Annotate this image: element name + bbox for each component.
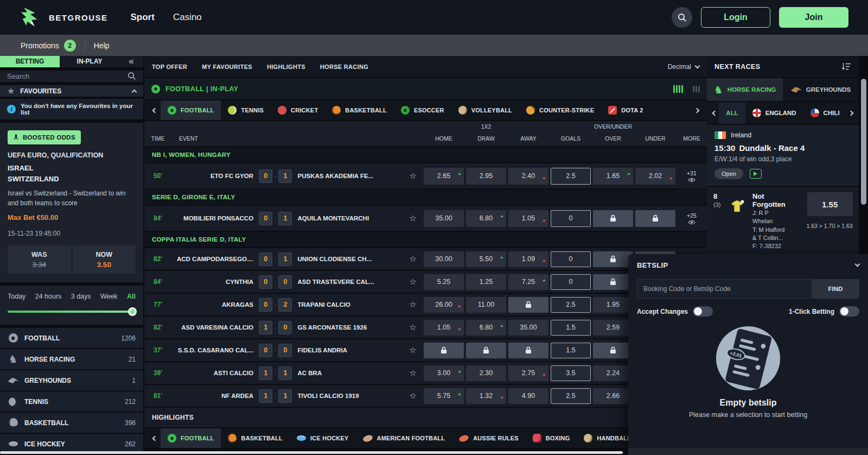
highlight-sport-tab[interactable]: BASKETBALL (221, 428, 290, 448)
more-markets-button[interactable]: +31 (676, 170, 707, 182)
odds-home[interactable]: 26.00 (424, 297, 464, 313)
tab-greyhounds[interactable]: GREYHOUNDS (783, 78, 859, 101)
find-button[interactable]: FIND (812, 279, 859, 299)
odds-draw[interactable]: 1.25 (466, 274, 506, 290)
favourite-star-button[interactable]: ☆ (403, 323, 423, 332)
single-column-view-icon[interactable] (693, 86, 700, 92)
league-header[interactable]: COPPA ITALIA SERIE D, ITALY (144, 232, 707, 247)
runner-odds-button[interactable]: 1.55 (807, 192, 853, 216)
odds-over[interactable]: 1.65 (593, 168, 633, 185)
odds-home[interactable]: 1.05 (424, 320, 464, 336)
odds-under[interactable]: 2.02 (635, 168, 675, 185)
sidebar-sport-item[interactable]: FOOTBALL 1206 (0, 328, 143, 348)
odds-away[interactable]: 1.05 (508, 210, 548, 227)
odds-over[interactable] (593, 343, 633, 358)
goals-line[interactable]: 0 (551, 251, 591, 267)
odds-over[interactable]: 1.95 (593, 297, 633, 313)
favourite-star-button[interactable]: ☆ (403, 391, 423, 401)
sport-tab[interactable]: CRICKET (271, 100, 325, 120)
time-filter-option[interactable]: 24 hours (35, 293, 62, 300)
favourite-star-button[interactable]: ☆ (403, 368, 423, 378)
odds-home[interactable]: 5.25 (424, 274, 464, 290)
goals-line[interactable]: 0 (551, 274, 591, 290)
odds-away[interactable] (508, 297, 548, 313)
goals-line[interactable]: 3.5 (551, 365, 591, 381)
boosted-odds-badge[interactable]: BOOSTED ODDS (8, 130, 81, 144)
odds-home[interactable] (424, 343, 464, 358)
event-teams[interactable]: ASTI CALCIO 1 - 1 AC BRA (171, 366, 403, 380)
odds-away[interactable]: 4.90 (508, 388, 548, 404)
one-click-betting-toggle[interactable] (839, 306, 859, 317)
tab-horse-racing[interactable]: ♞ HORSE RACING (707, 78, 783, 101)
carousel-prev-button[interactable] (149, 109, 161, 112)
vertical-scrollbar[interactable] (861, 79, 866, 205)
time-filter-option[interactable]: 3 days (71, 293, 91, 300)
tab-in-play[interactable]: IN-PLAY (60, 56, 119, 67)
event-teams[interactable]: AKRAGAS 0 - 2 TRAPANI CALCIO (171, 298, 403, 312)
sidebar-sport-item[interactable]: BASKETBALL 396 (0, 413, 143, 433)
goals-line[interactable]: 1.5 (551, 320, 591, 336)
odds-away[interactable]: 2.40 (508, 168, 548, 185)
login-button[interactable]: Login (701, 7, 770, 28)
event-teams[interactable]: ASD VARESINA CALCIO 1 - 0 GS ARCONATESE … (171, 321, 403, 334)
odds-draw[interactable]: 11.00 (466, 297, 506, 313)
countries-next-button[interactable] (847, 111, 856, 115)
nav-casino[interactable]: Casino (173, 12, 202, 23)
favourite-star-button[interactable]: ☆ (403, 254, 423, 264)
promotions-link[interactable]: Promotions 2 (21, 40, 76, 52)
time-filter-option[interactable]: Today (8, 293, 25, 300)
odds-over[interactable] (593, 274, 633, 290)
event-teams[interactable]: S.S.D. CASARANO CAL... 0 - 0 FIDELIS AND… (171, 344, 403, 357)
sport-tab[interactable]: COUNTER-STRIKE (519, 100, 601, 120)
help-link[interactable]: Help (94, 41, 110, 50)
time-filter-option[interactable]: Week (100, 293, 118, 300)
sidebar-sport-item[interactable]: HORSE RACING 21 (0, 349, 143, 369)
main-tab[interactable]: MY FAVOURITES (202, 64, 252, 70)
slider-track[interactable] (8, 311, 136, 313)
event-teams[interactable]: ACD CAMPODARSEGO ... 0 - 1 UNION CLODIEN… (171, 252, 403, 266)
goals-line[interactable]: 2.5 (551, 388, 591, 404)
main-tab[interactable]: TOP OFFER (152, 64, 187, 70)
favourite-star-button[interactable]: ☆ (403, 300, 423, 309)
carousel-prev-button[interactable] (149, 437, 161, 440)
event-teams[interactable]: MOBILIERI PONSACCO 0 - 1 AQUILA MONTEVAR… (171, 212, 403, 225)
odds-over[interactable] (593, 210, 633, 227)
nav-sport[interactable]: Sport (131, 12, 155, 23)
odds-over[interactable] (593, 251, 633, 267)
odds-draw[interactable] (466, 343, 506, 358)
sport-tab[interactable]: BASKETBALL (325, 100, 394, 120)
header-search-button[interactable] (672, 7, 692, 28)
event-teams[interactable]: ETO FC GYOR 0 - 1 PUSKAS AKADEMIA FE... (171, 169, 403, 183)
odds-draw[interactable]: 6.80 (466, 210, 506, 227)
horizontal-scrollbar[interactable] (0, 451, 623, 454)
accept-changes-toggle[interactable] (693, 306, 713, 317)
odds-over[interactable]: 2.59 (593, 320, 633, 336)
odds-draw[interactable]: 5.50 (466, 251, 506, 267)
sport-tab[interactable]: VOLLEYBALL (451, 100, 519, 120)
odds-away[interactable]: 7.25 (508, 274, 548, 290)
sort-icon[interactable] (842, 62, 851, 71)
odds-home[interactable]: 2.65 (424, 168, 464, 185)
tab-betting[interactable]: BETTING (0, 56, 60, 67)
favourite-star-button[interactable]: ☆ (403, 213, 423, 223)
country-tab[interactable]: ALL (719, 102, 745, 124)
favourite-star-button[interactable]: ☆ (403, 345, 423, 355)
more-markets-button[interactable]: +25 (676, 212, 707, 225)
goals-line[interactable]: 2.5 (551, 168, 591, 185)
odds-away[interactable]: 1.09 (508, 251, 548, 267)
boost-now-tile[interactable]: NOW 3.50 (73, 245, 136, 274)
country-tab[interactable]: CHILI (803, 102, 847, 124)
highlight-sport-tab[interactable]: ICE HOCKEY (290, 428, 355, 448)
sidebar-sport-item[interactable]: GREYHOUNDS 1 (0, 370, 143, 390)
highlight-sport-tab[interactable]: BOXING (526, 428, 577, 448)
sidebar-sport-item[interactable]: TENNIS 212 (0, 391, 143, 412)
join-button[interactable]: Join (779, 7, 848, 28)
brand-logo[interactable]: BETGROUSE (18, 6, 108, 29)
carousel-next-button[interactable] (691, 109, 703, 112)
slider-handle[interactable] (128, 307, 137, 316)
odds-home[interactable]: 3.00 (424, 365, 464, 381)
odds-draw[interactable]: 2.95 (466, 168, 506, 185)
odds-format-select[interactable]: Decimal (668, 63, 699, 71)
favourite-star-button[interactable]: ☆ (403, 277, 423, 287)
league-header[interactable]: NB I, WOMEN, HUNGARY (144, 147, 707, 162)
